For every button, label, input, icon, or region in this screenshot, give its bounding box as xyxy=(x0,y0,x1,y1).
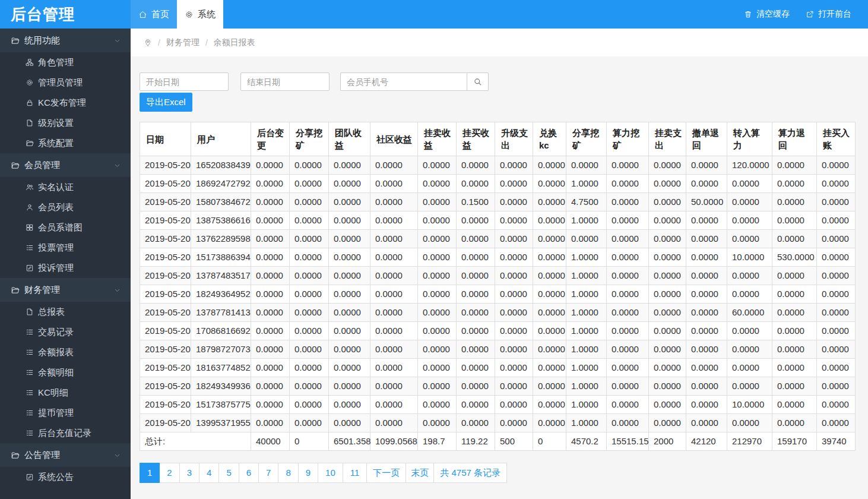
table-cell: 0.0000 xyxy=(772,193,817,211)
sidebar-item[interactable]: KC明细 xyxy=(0,383,131,403)
table-cell: 0.0000 xyxy=(607,322,649,340)
table-cell: 0.0000 xyxy=(329,304,370,322)
page-button[interactable]: 4 xyxy=(199,463,219,483)
clear-cache-label: 清空缓存 xyxy=(756,9,790,20)
sidebar-item[interactable]: 交易记录 xyxy=(0,322,131,342)
next-page-button[interactable]: 下一页 xyxy=(366,463,406,483)
sidebar-item-label: 投票管理 xyxy=(38,242,74,254)
page-button[interactable]: 8 xyxy=(278,463,298,483)
page-button[interactable]: 3 xyxy=(179,463,199,483)
total-cell: 1099.0568 xyxy=(370,432,418,451)
table-cell: 0.0000 xyxy=(457,230,495,248)
table-cell: 0.0000 xyxy=(370,340,418,359)
export-excel-button[interactable]: 导出Excel xyxy=(140,93,192,112)
table-cell: 0.0000 xyxy=(727,175,772,193)
sidebar-item[interactable]: 总报表 xyxy=(0,302,131,322)
total-cell: 15515.15 xyxy=(607,432,649,451)
page-button[interactable]: 6 xyxy=(239,463,259,483)
last-page-button[interactable]: 末页 xyxy=(406,463,434,483)
total-cell: 4570.2 xyxy=(566,432,607,451)
table-cell: 0.0000 xyxy=(817,193,856,211)
sidebar-item[interactable]: 角色管理 xyxy=(0,52,131,72)
table-row: 2019-05-20137874835170.00000.00000.00000… xyxy=(140,267,856,285)
page-button[interactable]: 5 xyxy=(218,463,239,483)
sidebar-section-header[interactable]: 公告管理 xyxy=(0,443,131,467)
table-cell: 1.0000 xyxy=(566,285,607,304)
sidebar-item[interactable]: 系统公告 xyxy=(0,467,131,487)
clear-cache-button[interactable]: 清空缓存 xyxy=(744,9,790,20)
sidebar-item[interactable]: 管理员管理 xyxy=(0,72,131,93)
folder-icon xyxy=(11,161,20,170)
tab-system[interactable]: 系统 xyxy=(177,0,223,29)
search-icon xyxy=(473,77,483,87)
table-cell: 0.0000 xyxy=(329,175,370,193)
table-cell: 530.0000 xyxy=(772,248,817,267)
table-cell: 0.0000 xyxy=(686,377,727,396)
page-button[interactable]: 7 xyxy=(258,463,278,483)
table-row: 2019-05-20158073846720.00000.00000.00000… xyxy=(140,193,856,211)
sidebar-item[interactable]: 实名认证 xyxy=(0,177,131,197)
table-cell: 0.0000 xyxy=(607,285,649,304)
sidebar-section-header[interactable]: 会员管理 xyxy=(0,153,131,177)
table-cell: 0.0000 xyxy=(817,175,856,193)
page-button[interactable]: 1 xyxy=(140,463,160,483)
table-cell: 16520838439 xyxy=(191,156,251,175)
sidebar-item-label: 后台充值记录 xyxy=(38,428,91,439)
table-cell: 0.0000 xyxy=(772,340,817,359)
table-cell: 0.0000 xyxy=(290,230,329,248)
tab-home[interactable]: 首页 xyxy=(131,0,177,29)
table-cell: 0.0000 xyxy=(251,322,290,340)
table-cell: 0.0000 xyxy=(251,267,290,285)
start-date-input[interactable] xyxy=(140,72,229,91)
table-cell: 60.0000 xyxy=(727,304,772,322)
sidebar-section-header[interactable]: 财务管理 xyxy=(0,278,131,302)
sidebar-item[interactable]: 余额明细 xyxy=(0,362,131,383)
page-button[interactable]: 11 xyxy=(343,463,368,483)
folder-icon xyxy=(26,139,34,147)
end-date-input[interactable] xyxy=(240,72,330,91)
topbar-tabs: 首页 系统 xyxy=(131,0,223,29)
sidebar-item[interactable]: 投票管理 xyxy=(0,238,131,258)
page-button[interactable]: 10 xyxy=(318,463,343,483)
page-button[interactable]: 2 xyxy=(159,463,179,483)
table-cell: 0.0000 xyxy=(686,267,727,285)
sidebar-section-header[interactable]: 统用功能 xyxy=(0,29,131,52)
users-icon xyxy=(26,183,34,191)
table-cell: 0.0000 xyxy=(649,359,686,377)
edit-square-icon xyxy=(26,473,34,481)
table-row: 2019-05-20138753866160.00000.00000.00000… xyxy=(140,211,856,230)
sidebar-item[interactable]: 会员系谱图 xyxy=(0,217,131,238)
table-cell: 2019-05-20 xyxy=(140,322,191,340)
sidebar-item[interactable]: KC发布管理 xyxy=(0,93,131,113)
table-cell: 0.0000 xyxy=(418,285,457,304)
open-frontend-button[interactable]: 打开前台 xyxy=(806,9,851,20)
search-button[interactable] xyxy=(467,72,489,91)
sidebar-item[interactable]: 系统配置 xyxy=(0,133,131,153)
sidebar-item[interactable]: 后台充值记录 xyxy=(0,423,131,443)
sidebar-item[interactable]: 级别设置 xyxy=(0,113,131,133)
table-cell: 0.0000 xyxy=(649,156,686,175)
table-cell: 0.0000 xyxy=(649,285,686,304)
page-button[interactable]: 9 xyxy=(298,463,318,483)
tab-home-label: 首页 xyxy=(151,9,169,20)
total-label-cell: 总计: xyxy=(140,432,251,451)
table-cell: 15173886394 xyxy=(191,248,251,267)
table-cell: 0.0000 xyxy=(251,304,290,322)
total-cell: 0 xyxy=(533,432,566,451)
folder-icon xyxy=(11,451,20,460)
sidebar-item[interactable]: 提币管理 xyxy=(0,403,131,423)
table-cell: 1.0000 xyxy=(566,340,607,359)
sidebar-item[interactable]: 余额报表 xyxy=(0,342,131,362)
breadcrumb-current[interactable]: 余额日报表 xyxy=(214,37,255,48)
sidebar-item-label: 级别设置 xyxy=(38,118,74,129)
table-cell: 10.0000 xyxy=(727,396,772,414)
table-cell: 0.0000 xyxy=(495,414,533,432)
sidebar-item[interactable]: 会员列表 xyxy=(0,197,131,217)
column-header: 算力挖矿 xyxy=(607,122,649,156)
table-cell: 0.0000 xyxy=(686,175,727,193)
member-phone-input[interactable] xyxy=(340,72,467,91)
breadcrumb-finance[interactable]: 财务管理 xyxy=(166,37,199,48)
sidebar-item[interactable]: 投诉管理 xyxy=(0,258,131,278)
breadcrumb: / 财务管理 / 余额日报表 xyxy=(131,29,868,56)
table-header-row: 日期用户后台变更分享挖矿团队收益社区收益挂卖收益挂买收益升级支出兑换kc分享挖矿… xyxy=(140,122,856,156)
